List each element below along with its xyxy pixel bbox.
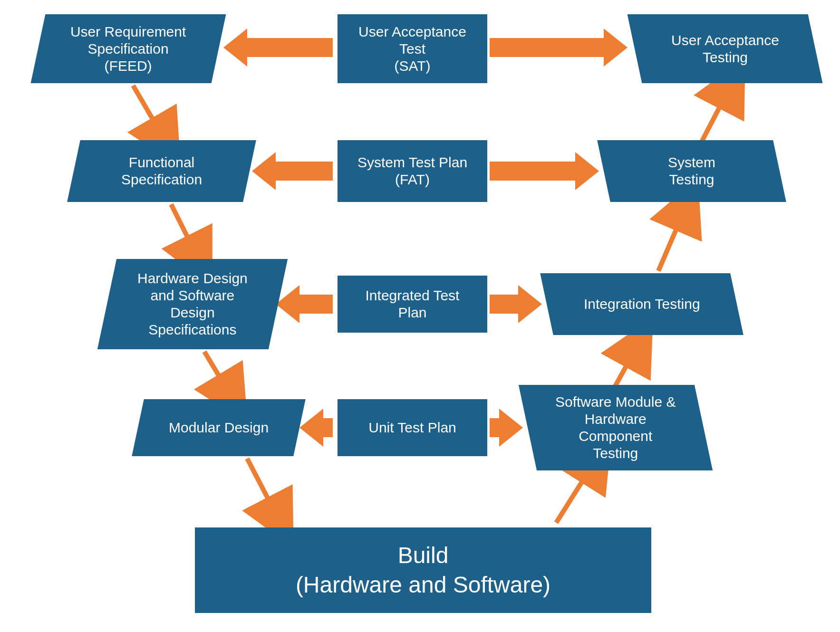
text: Hardware Design xyxy=(137,270,248,286)
text: Unit Test Plan xyxy=(368,420,456,435)
box-right-1: System Testing xyxy=(597,140,786,202)
box-left-2-label: Hardware Design and Software Design Spec… xyxy=(137,270,248,338)
box-right-1-label: System Testing xyxy=(668,154,715,188)
text: Design xyxy=(170,305,214,320)
text: Testing xyxy=(593,445,638,461)
text: Functional xyxy=(129,154,194,170)
text: Plan xyxy=(398,305,426,320)
text: (SAT) xyxy=(394,58,430,74)
box-right-3-label: Software Module & Hardware Component Tes… xyxy=(555,393,676,462)
text: User Acceptance xyxy=(671,32,779,48)
box-center-1: System Test Plan (FAT) xyxy=(338,140,487,202)
box-right-3: Software Module & Hardware Component Tes… xyxy=(519,385,713,470)
box-right-0-label: User Acceptance Testing xyxy=(671,32,779,66)
box-left-0: User Requirement Specification (FEED) xyxy=(31,14,226,83)
text: System xyxy=(668,154,715,170)
box-left-1-label: Functional Specification xyxy=(121,154,202,188)
box-left-0-label: User Requirement Specification (FEED) xyxy=(70,23,186,75)
text: User Requirement xyxy=(70,24,186,39)
box-right-0: User Acceptance Testing xyxy=(628,14,823,83)
text: Testing xyxy=(702,49,747,65)
text: and Software xyxy=(151,287,235,303)
text: (Hardware and Software) xyxy=(296,572,550,597)
box-right-2: Integration Testing xyxy=(540,273,743,335)
box-center-3-label: Unit Test Plan xyxy=(368,419,456,436)
text: Test xyxy=(399,41,425,57)
text: Integrated Test xyxy=(366,287,460,303)
text: Software Module & xyxy=(555,394,676,410)
box-center-0-label: User Acceptance Test (SAT) xyxy=(358,23,466,75)
box-left-2: Hardware Design and Software Design Spec… xyxy=(97,259,288,349)
box-left-3-label: Modular Design xyxy=(169,419,269,436)
text: Specifications xyxy=(148,322,236,337)
box-bottom-build: Build (Hardware and Software) xyxy=(195,527,651,613)
text: System Test Plan xyxy=(357,154,467,170)
text: User Acceptance xyxy=(358,24,466,39)
box-center-1-label: System Test Plan (FAT) xyxy=(357,154,467,188)
box-center-0: User Acceptance Test (SAT) xyxy=(338,14,487,83)
box-bottom-label: Build (Hardware and Software) xyxy=(296,541,550,600)
text: Component xyxy=(579,428,652,444)
box-left-3: Modular Design xyxy=(132,399,306,456)
text: (FAT) xyxy=(395,172,430,187)
text: Build xyxy=(398,543,449,568)
text: Integration Testing xyxy=(584,296,700,312)
box-center-2-label: Integrated Test Plan xyxy=(366,287,460,321)
v-model-diagram: User Requirement Specification (FEED) Us… xyxy=(0,0,840,632)
text: Hardware xyxy=(585,411,647,427)
box-center-3: Unit Test Plan xyxy=(338,399,487,456)
text: Testing xyxy=(669,172,714,187)
box-left-1: Functional Specification xyxy=(67,140,256,202)
text: Specification xyxy=(121,172,202,187)
text: Specification xyxy=(88,41,169,57)
box-center-2: Integrated Test Plan xyxy=(338,276,487,333)
text: Modular Design xyxy=(169,420,269,435)
box-right-2-label: Integration Testing xyxy=(584,296,700,313)
text: (FEED) xyxy=(105,58,152,74)
